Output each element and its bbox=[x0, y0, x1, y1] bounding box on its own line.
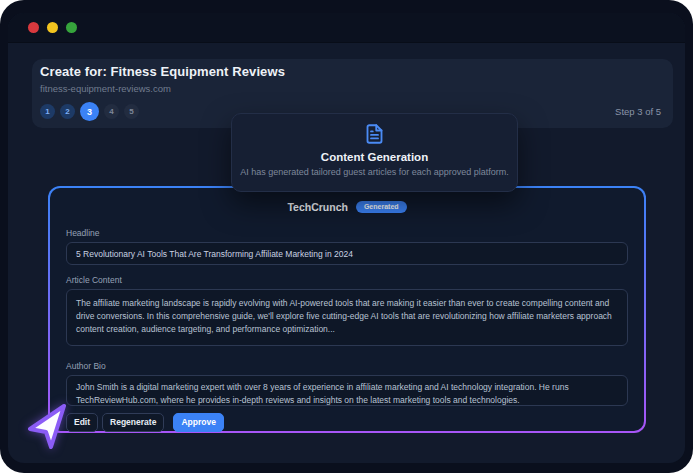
approve-button[interactable]: Approve bbox=[173, 413, 223, 432]
author-bio-textarea[interactable]: John Smith is a digital marketing expert… bbox=[66, 375, 628, 406]
maximize-button-icon[interactable] bbox=[66, 22, 77, 33]
status-badge: Generated bbox=[356, 201, 407, 213]
edit-button[interactable]: Edit bbox=[66, 413, 98, 432]
generated-article-panel: TechCrunch Generated Headline Article Co… bbox=[48, 186, 646, 433]
panel-header: TechCrunch Generated bbox=[66, 199, 628, 214]
browser-window: Create for: Fitness Equipment Reviews fi… bbox=[8, 13, 685, 463]
close-button-icon[interactable] bbox=[28, 22, 39, 33]
article-content-field: Article Content The affiliate marketing … bbox=[66, 275, 628, 346]
step-circles: 1 2 3 4 5 bbox=[40, 102, 139, 121]
overlay-title: Content Generation bbox=[321, 151, 428, 163]
window-titlebar bbox=[8, 13, 685, 43]
minimize-button-icon[interactable] bbox=[47, 22, 58, 33]
cursor-pointer-icon bbox=[26, 402, 70, 450]
headline-input[interactable] bbox=[66, 242, 628, 265]
regenerate-button[interactable]: Regenerate bbox=[102, 413, 164, 432]
author-bio-label: Author Bio bbox=[66, 361, 628, 371]
site-domain: fitness-equipment-reviews.com bbox=[40, 83, 171, 94]
step-2[interactable]: 2 bbox=[60, 104, 75, 119]
step-1[interactable]: 1 bbox=[40, 104, 55, 119]
headline-field: Headline bbox=[66, 228, 628, 265]
headline-label: Headline bbox=[66, 228, 628, 238]
overlay-description: AI has generated tailored guest articles… bbox=[240, 167, 509, 177]
article-content-label: Article Content bbox=[66, 275, 628, 285]
step-progress-label: Step 3 of 5 bbox=[615, 106, 661, 117]
article-content-textarea[interactable]: The affiliate marketing landscape is rap… bbox=[66, 289, 628, 346]
page-title: Create for: Fitness Equipment Reviews bbox=[40, 64, 285, 79]
content-generation-card: Content Generation AI has generated tail… bbox=[231, 113, 518, 192]
document-icon bbox=[364, 122, 385, 146]
action-button-row: Edit Regenerate Approve bbox=[66, 413, 628, 432]
step-5[interactable]: 5 bbox=[124, 104, 139, 119]
step-4[interactable]: 4 bbox=[104, 104, 119, 119]
app-canvas: Create for: Fitness Equipment Reviews fi… bbox=[0, 0, 693, 473]
author-bio-field: Author Bio John Smith is a digital marke… bbox=[66, 361, 628, 406]
platform-name: TechCrunch bbox=[287, 201, 347, 213]
step-3[interactable]: 3 bbox=[80, 102, 99, 121]
